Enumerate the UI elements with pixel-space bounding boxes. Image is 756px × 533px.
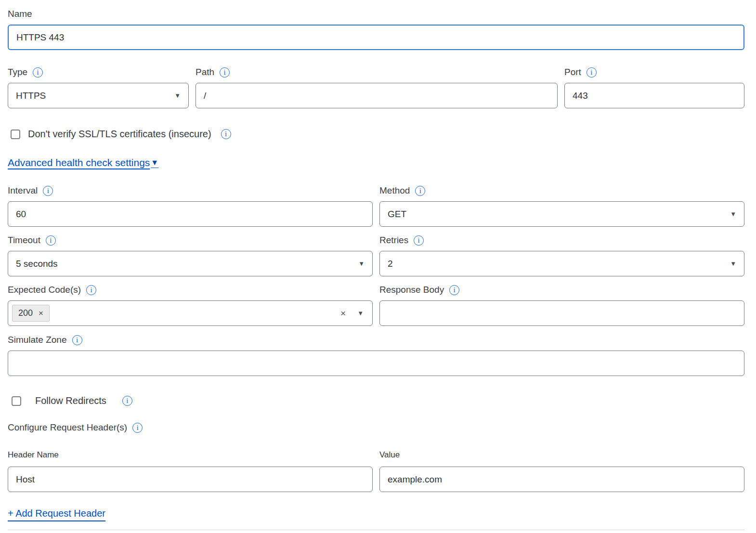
expected-codes-multiselect[interactable]: 200 × × ▼ [8,300,373,326]
clear-all-icon[interactable]: × [340,309,346,318]
info-icon[interactable]: i [86,285,96,295]
info-icon[interactable]: i [587,67,597,78]
ssl-verify-label: Don't verify SSL/TLS certificates (insec… [28,129,211,140]
info-icon[interactable]: i [220,67,230,78]
info-icon[interactable]: i [122,396,132,406]
ssl-verify-checkbox[interactable] [11,130,20,139]
type-select[interactable]: HTTPS ▼ [8,83,189,108]
add-request-header-link[interactable]: + Add Request Header [8,508,105,521]
simulate-zone-label: Simulate Zone [8,334,67,346]
retries-select-value: 2 [388,259,393,269]
header-value-label: Value [379,450,744,460]
simulate-zone-field: Simulate Zone i [8,334,744,376]
info-icon[interactable]: i [72,335,82,345]
method-select[interactable]: GET ▼ [379,201,744,227]
name-label-row: Name [8,8,744,20]
response-body-field: Response Body i [379,284,744,326]
timeout-select[interactable]: 5 seconds ▼ [8,251,373,276]
chevron-down-icon: ▼ [730,260,736,267]
info-icon[interactable]: i [33,67,43,78]
chevron-down-icon[interactable]: ▼ [357,310,364,316]
name-input[interactable] [8,25,744,50]
chevron-down-icon: ▼ [174,92,181,99]
retries-label: Retries [379,234,408,246]
expected-code-tag: 200 × [12,305,50,322]
response-body-input[interactable] [379,300,744,326]
info-icon[interactable]: i [43,186,53,196]
path-label: Path [196,66,214,78]
follow-redirects-row: Follow Redirects i [8,395,744,406]
interval-label: Interval [8,185,38,196]
simulate-zone-input[interactable] [8,351,744,376]
method-label: Method [379,185,410,196]
response-body-label: Response Body [379,284,444,296]
timeout-select-value: 5 seconds [16,259,58,269]
info-icon[interactable]: i [221,129,231,139]
follow-redirects-checkbox[interactable] [12,396,21,406]
info-icon[interactable]: i [449,285,459,295]
header-name-input[interactable] [8,467,373,492]
info-icon[interactable]: i [132,423,143,433]
name-label: Name [8,8,32,20]
request-headers-title: Configure Request Header(s) [8,422,127,433]
port-input[interactable] [564,83,744,108]
header-value-input[interactable] [379,467,744,492]
header-name-label: Header Name [8,450,373,460]
method-select-value: GET [388,209,406,220]
timeout-label: Timeout [8,234,40,246]
chevron-down-icon: ▼ [358,260,365,267]
info-icon[interactable]: i [46,235,56,246]
path-input[interactable] [196,83,558,108]
type-select-value: HTTPS [16,91,46,101]
health-check-form: Name Type i HTTPS ▼ Path i Port i [0,0,756,530]
method-field: Method i GET ▼ [379,185,744,227]
port-label: Port [564,66,581,78]
remove-tag-icon[interactable]: × [39,309,43,318]
expected-codes-label: Expected Code(s) [8,284,81,296]
interval-input[interactable] [8,201,373,227]
section-divider [8,530,744,530]
timeout-field: Timeout i 5 seconds ▼ [8,234,373,276]
chevron-down-icon: ▼ [151,158,158,167]
retries-select[interactable]: 2 ▼ [379,251,744,276]
info-icon[interactable]: i [415,186,425,196]
expected-codes-field: Expected Code(s) i 200 × × ▼ [8,284,373,326]
advanced-settings-link[interactable]: Advanced health check settings▼ [8,157,158,169]
retries-field: Retries i 2 ▼ [379,234,744,276]
follow-redirects-label: Follow Redirects [35,395,106,406]
info-icon[interactable]: i [414,235,424,246]
expected-code-tag-value: 200 [18,308,33,318]
interval-field: Interval i [8,185,373,227]
ssl-verify-row: Don't verify SSL/TLS certificates (insec… [8,129,744,140]
chevron-down-icon: ▼ [730,211,736,217]
request-headers-title-row: Configure Request Header(s) i [8,422,744,433]
type-label: Type [8,66,27,78]
